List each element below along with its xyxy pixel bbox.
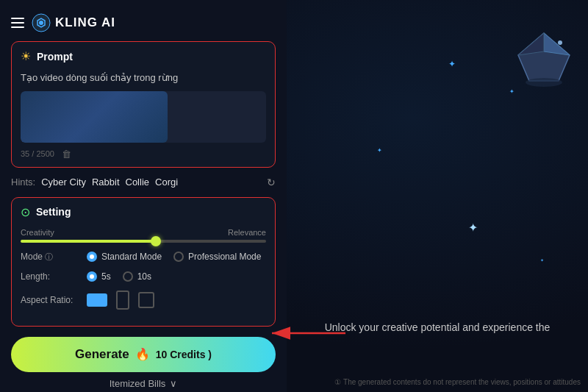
aspect-options bbox=[87, 291, 154, 310]
logo-icon bbox=[32, 13, 51, 32]
settings-box: ⊙ Setting Creativity Relevance Mode ⓘ bbox=[11, 197, 276, 327]
length-10s-option[interactable]: 10s bbox=[123, 271, 151, 282]
creativity-row: Creativity Relevance bbox=[21, 228, 266, 243]
unlock-text: Unlock your creative potential and exper… bbox=[325, 321, 551, 333]
left-panel: KLING AI ☀ Prompt Tạo video dòng suối ch… bbox=[0, 0, 287, 392]
hints-label: Hints: bbox=[11, 177, 35, 188]
length-10s-radio[interactable] bbox=[123, 271, 133, 282]
length-row: Length: 5s 10s bbox=[21, 271, 266, 282]
hint-corgi[interactable]: Corgi bbox=[155, 177, 178, 188]
hint-rabbit[interactable]: Rabbit bbox=[92, 177, 120, 188]
mode-row: Mode ⓘ Standard Mode Professional Mode bbox=[21, 252, 266, 263]
disclaimer: ① The generated contents do not represen… bbox=[334, 378, 581, 386]
prompt-footer: 35 / 2500 🗑 bbox=[21, 149, 266, 160]
char-count: 35 / 2500 bbox=[21, 149, 54, 158]
length-5s-option[interactable]: 5s bbox=[87, 271, 111, 282]
length-10s-label: 10s bbox=[137, 271, 151, 282]
generate-button[interactable]: Generate 🔥 10 Credits ) bbox=[11, 337, 276, 372]
mode-radio-group: Standard Mode Professional Mode bbox=[87, 252, 261, 262]
prompt-image-thumbnail bbox=[21, 91, 168, 143]
aspect-portrait-icon bbox=[116, 291, 129, 310]
header: KLING AI bbox=[11, 7, 276, 41]
creativity-slider-track[interactable] bbox=[21, 240, 266, 243]
prompt-label: Prompt bbox=[37, 51, 73, 63]
prompt-sun-icon: ☀ bbox=[21, 49, 31, 63]
prompt-box: ☀ Prompt Tạo video dòng suối chảy trong … bbox=[11, 41, 276, 168]
red-arrow-annotation bbox=[265, 311, 353, 355]
aspect-ratio-row: Aspect Ratio: bbox=[21, 291, 266, 310]
length-label: Length: bbox=[21, 271, 87, 282]
mode-label: Mode ⓘ bbox=[21, 252, 87, 263]
aspect-wide-option[interactable] bbox=[87, 293, 107, 307]
professional-mode-label: Professional Mode bbox=[188, 252, 261, 262]
itemized-bills-row[interactable]: Itemized Bills ∨ bbox=[11, 378, 276, 389]
aspect-square-option[interactable] bbox=[138, 292, 154, 308]
settings-header: ⊙ Setting bbox=[21, 205, 266, 219]
length-5s-radio[interactable] bbox=[87, 271, 97, 282]
hint-cyber-city[interactable]: Cyber City bbox=[41, 177, 86, 188]
fire-icon: 🔥 bbox=[135, 347, 150, 361]
generate-label: Generate bbox=[75, 347, 129, 362]
professional-mode-radio[interactable] bbox=[173, 252, 184, 262]
svg-point-6 bbox=[39, 21, 43, 25]
length-radio-group: 5s 10s bbox=[87, 271, 151, 282]
itemized-bills-chevron: ∨ bbox=[170, 378, 177, 389]
creativity-slider-container bbox=[21, 240, 266, 243]
refresh-icon[interactable]: ↻ bbox=[267, 177, 276, 188]
aspect-portrait-option[interactable] bbox=[116, 291, 129, 310]
aspect-wide-icon bbox=[87, 293, 107, 307]
itemized-bills-label: Itemized Bills bbox=[110, 378, 166, 389]
trash-icon[interactable]: 🗑 bbox=[62, 149, 71, 160]
credits-text: 10 Credits ) bbox=[156, 349, 212, 360]
prompt-text[interactable]: Tạo video dòng suối chảy trong rừng bbox=[21, 71, 266, 85]
menu-button[interactable] bbox=[11, 18, 24, 28]
settings-circle-icon: ⊙ bbox=[21, 205, 30, 219]
logo: KLING AI bbox=[32, 13, 115, 32]
mode-info-icon[interactable]: ⓘ bbox=[45, 252, 53, 261]
aspect-square-icon bbox=[138, 292, 154, 308]
creativity-slider-thumb[interactable] bbox=[151, 236, 161, 246]
prompt-header: ☀ Prompt bbox=[21, 49, 266, 63]
disclaimer-text: ① The generated contents do not represen… bbox=[334, 378, 581, 386]
hints-row: Hints: Cyber City Rabbit Collie Corgi ↻ bbox=[11, 177, 276, 188]
standard-mode-option[interactable]: Standard Mode bbox=[87, 252, 162, 262]
standard-mode-radio[interactable] bbox=[87, 252, 97, 262]
logo-text: KLING AI bbox=[55, 15, 115, 30]
length-5s-label: 5s bbox=[101, 271, 111, 282]
hint-collie[interactable]: Collie bbox=[126, 177, 150, 188]
settings-label: Setting bbox=[36, 206, 71, 218]
creativity-label: Creativity bbox=[21, 228, 54, 237]
prompt-image-area bbox=[21, 91, 266, 143]
relevance-label: Relevance bbox=[228, 228, 266, 237]
standard-mode-label: Standard Mode bbox=[101, 252, 162, 262]
professional-mode-option[interactable]: Professional Mode bbox=[173, 252, 261, 262]
slider-labels: Creativity Relevance bbox=[21, 228, 266, 237]
aspect-ratio-label: Aspect Ratio: bbox=[21, 295, 87, 305]
